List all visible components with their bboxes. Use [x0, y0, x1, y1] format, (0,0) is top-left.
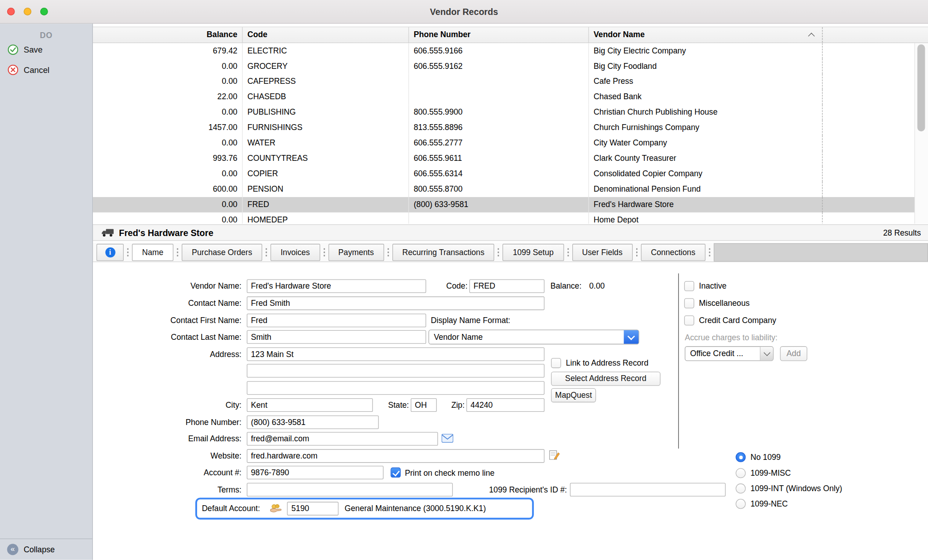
cell-vendor: Denominational Pension Fund [589, 182, 823, 197]
select-address-record-button[interactable]: Select Address Record [551, 372, 661, 386]
cell-balance: 0.00 [93, 212, 242, 224]
phone-number-input[interactable] [247, 415, 379, 429]
column-header-vendor[interactable]: Vendor Name [589, 27, 823, 43]
vendor-name-input[interactable] [247, 279, 426, 293]
collapse-button[interactable]: « Collapse [0, 539, 92, 560]
collapse-label: Collapse [24, 545, 55, 554]
phone-number-label: Phone Number: [116, 415, 242, 429]
balance-value: 0.00 [589, 279, 604, 293]
cell-code: CHASEDB [243, 89, 409, 105]
terms-input[interactable] [247, 483, 453, 497]
close-button[interactable] [7, 8, 15, 15]
radio-no-1099-label: No 1099 [750, 450, 781, 464]
default-account-code-input[interactable] [287, 502, 339, 516]
tab-payments[interactable]: Payments [328, 243, 384, 261]
table-row[interactable]: 0.00HOMEDEPHome Depot [93, 212, 928, 224]
miscellaneous-checkbox[interactable] [684, 298, 694, 308]
balance-label: Balance: [551, 279, 582, 293]
credit-card-company-label: Credit Card Company [699, 314, 777, 327]
hand-coins-icon[interactable] [270, 504, 283, 513]
radio-no-1099[interactable] [736, 452, 746, 462]
contact-first-name-input[interactable] [247, 314, 426, 327]
zoom-button[interactable] [40, 8, 48, 15]
email-address-input[interactable] [247, 432, 438, 445]
column-header-extra [823, 27, 928, 43]
tab-name[interactable]: Name [132, 243, 173, 261]
address-line1-input[interactable] [247, 348, 545, 361]
save-button[interactable]: Save [0, 40, 92, 60]
cell-vendor: Big City Foodland [589, 58, 823, 74]
vendor-name-label: Vendor Name: [116, 279, 242, 293]
print-on-memo-label: Print on check memo line [405, 466, 494, 480]
tab-recurring-transactions[interactable]: Recurring Transactions [392, 243, 494, 261]
radio-1099-int[interactable] [736, 483, 746, 493]
contact-name-input[interactable] [247, 296, 545, 310]
default-account-description: General Maintenance (3000.5190.K.K1) [345, 504, 486, 513]
table-row[interactable]: 0.00PUBLISHING800.555.9900Christian Chur… [93, 105, 928, 120]
tab-user-fields[interactable]: User Fields [572, 243, 633, 261]
tab-purchase-orders[interactable]: Purchase Orders [182, 243, 262, 261]
table-row[interactable]: 0.00GROCERY606.555.9162Big City Foodland [93, 58, 928, 74]
table-row[interactable]: 993.76COUNTYTREAS606.555.9611Clark Count… [93, 151, 928, 166]
table-row[interactable]: 22.00CHASEDBChased Bank [93, 89, 928, 105]
table-row[interactable]: 679.42ELECTRIC606.555.9166Big City Elect… [93, 43, 928, 58]
mapquest-button[interactable]: MapQuest [551, 388, 596, 402]
print-on-memo-checkbox[interactable] [391, 468, 401, 478]
cell-phone: 606.555.9162 [409, 58, 589, 74]
tab-connections[interactable]: Connections [641, 243, 705, 261]
cell-balance: 1457.00 [93, 120, 242, 135]
zip-input[interactable] [466, 398, 544, 412]
table-row[interactable]: 0.00FRED(800) 633-9581Fred's Hardware St… [93, 197, 928, 212]
tab-1099-setup[interactable]: 1099 Setup [503, 243, 564, 261]
cell-vendor: Chased Bank [589, 89, 823, 105]
cancel-button[interactable]: Cancel [0, 60, 92, 80]
cell-vendor: Home Depot [589, 212, 823, 224]
scrollbar-thumb[interactable] [917, 44, 925, 131]
chevron-down-icon [624, 330, 639, 344]
website-input[interactable] [247, 449, 545, 463]
cell-phone: 606.555.2777 [409, 135, 589, 151]
table-row[interactable]: 0.00WATER606.555.2777City Water Company [93, 135, 928, 151]
minimize-button[interactable] [24, 8, 31, 15]
cell-extra [823, 43, 928, 58]
tab-separator [262, 247, 271, 257]
cell-code: FURNISHINGS [243, 120, 409, 135]
contact-last-name-input[interactable] [247, 330, 426, 344]
tab-separator [124, 247, 132, 257]
column-header-phone[interactable]: Phone Number [409, 27, 589, 43]
radio-1099-nec[interactable] [736, 499, 746, 509]
table-scrollbar[interactable] [914, 43, 928, 223]
add-button[interactable]: Add [780, 346, 807, 361]
table-row[interactable]: 600.00PENSION800.555.8700Denominational … [93, 182, 928, 197]
table-row[interactable]: 0.00COPIER606.555.6314Consolidated Copie… [93, 166, 928, 182]
cell-vendor: Cafe Press [589, 74, 823, 89]
save-label: Save [24, 45, 43, 54]
tab-invoices[interactable]: Invoices [271, 243, 320, 261]
link-to-address-checkbox[interactable] [551, 358, 561, 368]
radio-1099-misc[interactable] [736, 468, 746, 478]
display-name-format-select[interactable]: Vendor Name [429, 330, 639, 345]
accrue-liability-select[interactable]: Office Credit ... [685, 346, 773, 361]
email-icon[interactable] [441, 434, 453, 443]
city-input[interactable] [247, 398, 373, 412]
column-header-balance[interactable]: Balance [93, 27, 242, 43]
tab-separator [384, 247, 392, 257]
default-account-field[interactable]: Default Account: General Maintenance (30… [195, 497, 534, 519]
sidebar: DO Save Cancel « Collapse [0, 24, 93, 560]
column-header-code[interactable]: Code [243, 27, 409, 43]
tab-info[interactable]: i [97, 243, 124, 261]
table-row[interactable]: 0.00CAFEPRESSCafe Press [93, 74, 928, 89]
account-number-input[interactable] [247, 466, 384, 479]
credit-card-company-checkbox[interactable] [684, 315, 694, 325]
table-row[interactable]: 1457.00FURNISHINGS813.555.8896Church Fur… [93, 120, 928, 135]
cell-phone [409, 89, 589, 105]
state-label: State: [371, 398, 409, 412]
address-line2-input[interactable] [247, 364, 545, 377]
address-line3-input[interactable] [247, 381, 545, 395]
accrue-liability-label: Accrue charges to liability: [685, 331, 778, 344]
main-content: Balance Code Phone Number Vendor Name 67… [93, 24, 928, 560]
inactive-checkbox[interactable] [684, 281, 694, 291]
website-page-icon[interactable] [549, 450, 560, 460]
recipient-id-input[interactable] [570, 483, 726, 497]
code-input[interactable] [469, 279, 545, 293]
